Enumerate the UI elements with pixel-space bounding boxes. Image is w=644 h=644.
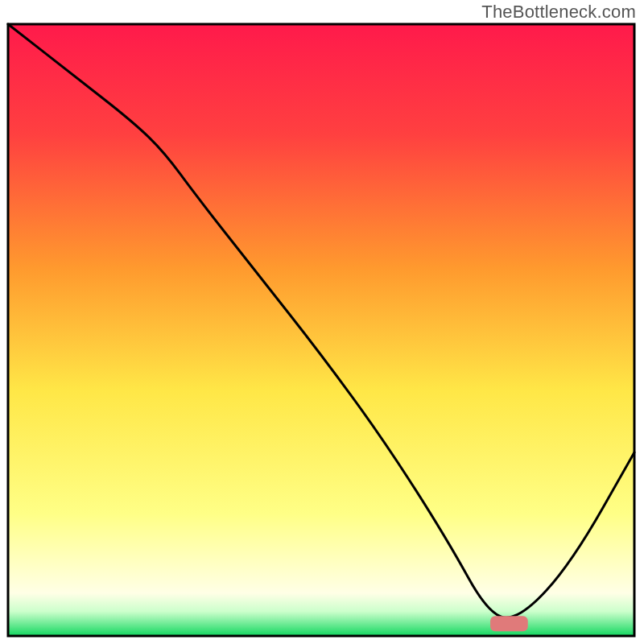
chart-container: TheBottleneck.com <box>0 0 644 644</box>
plot-background <box>8 24 634 636</box>
target-marker <box>490 616 528 631</box>
bottleneck-chart <box>0 0 644 644</box>
watermark-label: TheBottleneck.com <box>481 2 636 23</box>
